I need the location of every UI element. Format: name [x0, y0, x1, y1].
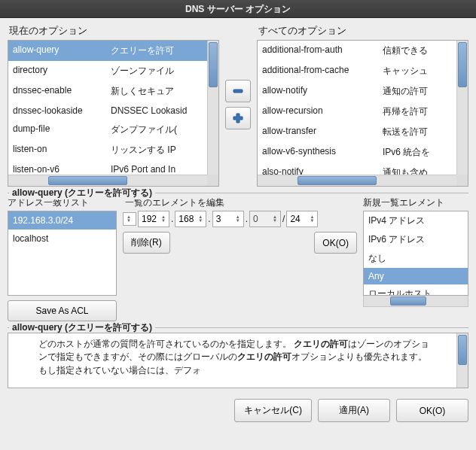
cancel-button[interactable]: キャンセル(C) — [234, 399, 312, 422]
addr-row[interactable]: 192.168.3.0/24 — [8, 211, 116, 230]
option-row[interactable]: allow-recursion再帰を許可 — [258, 102, 468, 122]
ip-a-field[interactable]: ▲▼ — [138, 211, 169, 227]
add-option-button[interactable] — [225, 107, 251, 129]
option-row[interactable]: allow-notify通知の許可 — [258, 81, 468, 102]
svg-rect-0 — [233, 90, 243, 93]
option-group-title: allow-query (クエリーを許可する) — [9, 187, 155, 199]
scrollbar-v[interactable] — [456, 333, 468, 388]
window-title: DNS サーバー オプション — [0, 0, 476, 18]
plus-icon — [231, 111, 245, 125]
option-row[interactable]: additional-from-auth信頼できる — [258, 41, 468, 61]
new-element-row[interactable]: IPv4 アドレス — [364, 211, 468, 230]
option-row[interactable]: listen-on-v6IPv6 Port and In — [8, 160, 218, 176]
new-list-label: 新規一覧エレメント — [363, 196, 468, 209]
ip-mask-field[interactable]: ▲▼ — [286, 211, 318, 227]
all-options-list[interactable]: additional-from-auth信頼できるadditional-from… — [257, 40, 468, 187]
ok-button[interactable]: OK(O) — [396, 399, 468, 422]
option-row[interactable]: allow-transfer転送を許可 — [258, 122, 468, 142]
remove-option-button[interactable] — [225, 80, 251, 102]
scrollbar-h[interactable] — [258, 175, 456, 186]
option-row[interactable]: allow-queryクエリーを許可 — [8, 41, 218, 61]
ok-inner-button[interactable]: OK(O) — [314, 232, 357, 254]
save-acl-button[interactable]: Save As ACL — [8, 300, 117, 321]
option-row[interactable]: dnssec-enable新しくセキュア — [8, 81, 218, 102]
new-element-row[interactable]: なし — [364, 249, 468, 268]
addr-row[interactable]: localhost — [8, 230, 116, 248]
spacer-spin[interactable]: ▲▼ — [123, 212, 136, 226]
new-element-row[interactable]: Any — [364, 268, 468, 284]
scrollbar-h[interactable] — [8, 175, 207, 186]
ip-d-field: ▲▼ — [249, 211, 281, 227]
scrollbar-h[interactable] — [363, 296, 468, 307]
new-element-row[interactable]: IPv6 アドレス — [364, 230, 468, 249]
new-element-list[interactable]: IPv4 アドレスIPv6 アドレスなしAnyローカルホスト — [363, 211, 468, 296]
ip-b-field[interactable]: ▲▼ — [175, 211, 206, 227]
option-row[interactable]: additional-from-cacheキャッシュ — [258, 61, 468, 81]
option-row[interactable]: directoryゾーンファイル — [8, 61, 218, 81]
minus-icon — [231, 84, 245, 98]
description-box: どのホストが通常の質問を許可されているのかを指定します。 クエリの許可はゾーンの… — [8, 333, 468, 388]
current-options-label: 現在のオプション — [9, 24, 219, 38]
scrollbar-v[interactable] — [207, 41, 218, 175]
all-options-label: すべてのオプション — [258, 24, 468, 38]
option-row[interactable]: allow-v6-synthesisIPv6 統合を — [258, 142, 468, 163]
delete-button[interactable]: 削除(R) — [123, 232, 170, 254]
addr-match-list[interactable]: 192.168.3.0/24localhost — [8, 211, 117, 296]
edit-label: 一覧のエレメントを編集 — [125, 196, 363, 209]
option-row[interactable]: dump-fileダンプファイル( — [8, 120, 218, 140]
scrollbar-v[interactable] — [456, 41, 468, 175]
current-options-list[interactable]: allow-queryクエリーを許可directoryゾーンファイルdnssec… — [8, 40, 219, 187]
option-row[interactable]: listen-onリッスンする IP — [8, 140, 218, 160]
new-element-row[interactable]: ローカルホスト — [364, 284, 468, 296]
apply-button[interactable]: 適用(A) — [318, 399, 390, 422]
ip-c-field[interactable]: ▲▼ — [212, 211, 244, 227]
option-row[interactable]: dnssec-lookasideDNSSEC Lookasid — [8, 102, 218, 120]
